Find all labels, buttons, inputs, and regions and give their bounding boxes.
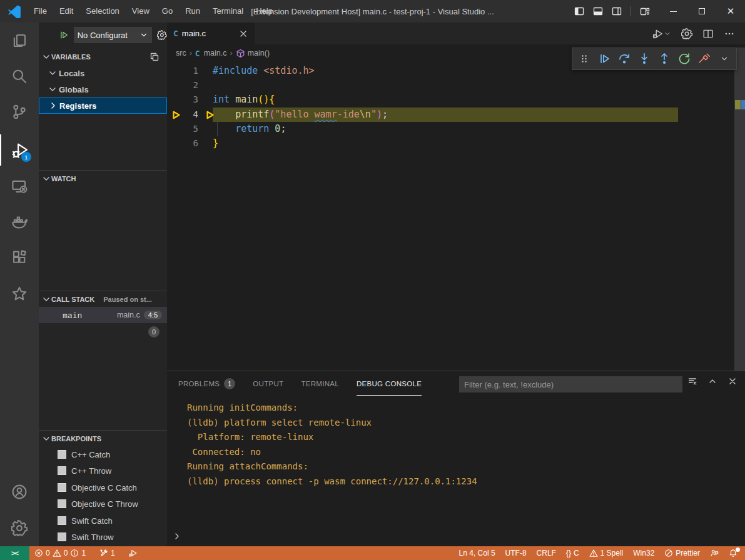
activity-docker[interactable]: [0, 206, 39, 238]
activity-remote-explorer[interactable]: [0, 171, 39, 202]
activity-settings[interactable]: [0, 512, 39, 544]
breakpoint-swift-catch[interactable]: Swift Catch: [39, 512, 167, 529]
restart-button[interactable]: [676, 51, 692, 67]
breakpoint-swift-throw[interactable]: Swift Throw: [39, 529, 167, 545]
line-number[interactable]: 5: [167, 122, 198, 136]
debug-toolbar[interactable]: [572, 48, 737, 70]
overview-ruler[interactable]: [734, 48, 745, 371]
checkbox[interactable]: [58, 466, 66, 475]
breakpoint-cpp-catch[interactable]: C++ Catch: [39, 446, 167, 462]
tab-problems[interactable]: PROBLEMS 1: [178, 372, 235, 396]
platform-indicator[interactable]: Win32: [628, 546, 659, 560]
close-window-button[interactable]: ✕: [716, 0, 745, 22]
disconnect-button[interactable]: [696, 51, 712, 67]
toggle-sidebar-left-icon[interactable]: [574, 6, 584, 16]
breakpoints-section-header[interactable]: BREAKPOINTS: [39, 430, 167, 446]
code-line-2[interactable]: 2: [167, 78, 734, 92]
breakpoint-objc-throw[interactable]: Objective C Throw: [39, 496, 167, 512]
split-editor-icon[interactable]: [702, 28, 714, 39]
code-line-5[interactable]: 5 return 0;: [167, 122, 734, 136]
variables-group-registers[interactable]: Registers: [39, 98, 167, 114]
menu-edit[interactable]: Edit: [53, 0, 79, 22]
start-debug-icon[interactable]: [59, 30, 69, 40]
menu-selection[interactable]: Selection: [79, 0, 125, 22]
notifications-button[interactable]: [724, 546, 745, 560]
variables-section-header[interactable]: VARIABLES: [39, 49, 167, 65]
tools-status[interactable]: 1: [94, 546, 120, 560]
menu-go[interactable]: Go: [156, 0, 179, 22]
checkbox[interactable]: [58, 516, 66, 525]
step-into-button[interactable]: [636, 51, 652, 67]
formatter-status[interactable]: Prettier: [659, 546, 705, 560]
close-panel-icon[interactable]: [727, 376, 737, 386]
continue-button[interactable]: [596, 51, 612, 67]
menu-view[interactable]: View: [126, 0, 156, 22]
copy-icon[interactable]: [150, 52, 160, 62]
breadcrumb-symbol[interactable]: main(): [248, 49, 270, 58]
more-actions-icon[interactable]: [724, 28, 735, 39]
step-over-button[interactable]: [616, 51, 632, 67]
activity-search[interactable]: [0, 61, 39, 92]
callstack-section-header[interactable]: CALL STACK Paused on st...: [39, 291, 167, 307]
checkbox[interactable]: [58, 532, 66, 541]
problems-status[interactable]: 0 0 1: [29, 546, 91, 560]
activity-favorites[interactable]: [0, 278, 39, 309]
debug-config-select[interactable]: No Configurat: [74, 27, 153, 43]
variables-group-globals[interactable]: Globals: [39, 81, 167, 98]
activity-account[interactable]: [0, 476, 39, 508]
tab-debug-console[interactable]: DEBUG CONSOLE: [357, 372, 422, 396]
clear-console-icon[interactable]: [687, 376, 697, 386]
checkbox[interactable]: [58, 450, 66, 459]
debug-settings-gear-icon[interactable]: [157, 30, 167, 40]
toggle-panel-icon[interactable]: [593, 6, 603, 16]
remote-indicator[interactable]: ><: [0, 546, 29, 560]
stack-frame-row[interactable]: main main.c 4:5: [39, 307, 167, 323]
breakpoint-cpp-throw[interactable]: C++ Throw: [39, 462, 167, 479]
code-line-3[interactable]: 3int main(){: [167, 92, 734, 107]
activity-extensions[interactable]: [0, 242, 39, 273]
maximize-panel-icon[interactable]: [707, 376, 717, 386]
line-number[interactable]: 3: [167, 92, 198, 107]
line-number[interactable]: 1: [167, 64, 198, 78]
menu-terminal[interactable]: Terminal: [206, 0, 250, 22]
breadcrumb-file[interactable]: main.c: [204, 49, 227, 58]
breadcrumb-folder[interactable]: src: [176, 49, 186, 58]
checkbox[interactable]: [58, 499, 66, 508]
watch-section-header[interactable]: WATCH: [39, 170, 167, 186]
tab-output[interactable]: OUTPUT: [253, 372, 283, 396]
toolbar-gripper[interactable]: [576, 51, 592, 67]
debug-console-output[interactable]: Running initCommands:(lldb) platform sel…: [187, 401, 739, 489]
menu-file[interactable]: File: [28, 0, 53, 22]
activity-run-debug[interactable]: 1: [0, 134, 39, 166]
line-number[interactable]: 6: [167, 136, 198, 151]
cursor-position[interactable]: Ln 4, Col 5: [454, 546, 500, 560]
tab-main-c[interactable]: C main.c: [167, 22, 255, 44]
customize-layout-icon[interactable]: [640, 6, 650, 16]
code-line-4[interactable]: 4 printf("hello wamr-ide\n");: [167, 108, 734, 122]
more-debug-actions-icon[interactable]: [716, 51, 732, 67]
activity-source-control[interactable]: [0, 96, 39, 128]
spell-checker-status[interactable]: 1 Spell: [584, 546, 629, 560]
checkbox[interactable]: [58, 483, 66, 492]
editor-settings-gear-icon[interactable]: [681, 28, 692, 39]
code-area[interactable]: 1#include <stdio.h>23int main(){4 printf…: [167, 64, 734, 371]
tab-terminal[interactable]: TERMINAL: [301, 372, 339, 396]
maximize-button[interactable]: [687, 0, 716, 22]
step-out-button[interactable]: [656, 51, 672, 67]
console-filter-input[interactable]: [459, 376, 682, 392]
menu-run[interactable]: Run: [179, 0, 206, 22]
activity-explorer[interactable]: [0, 25, 39, 56]
encoding-indicator[interactable]: UTF-8: [500, 546, 532, 560]
minimize-button[interactable]: [659, 0, 687, 22]
eol-indicator[interactable]: CRLF: [532, 546, 561, 560]
line-number[interactable]: 4: [167, 108, 198, 122]
close-tab-icon[interactable]: [238, 29, 248, 39]
breakpoint-objc-catch[interactable]: Objective C Catch: [39, 479, 167, 496]
run-or-debug-button[interactable]: [652, 28, 671, 39]
language-mode[interactable]: {ּ} C: [561, 546, 584, 560]
code-line-6[interactable]: 6}: [167, 136, 734, 151]
variables-group-locals[interactable]: Locals: [39, 65, 167, 81]
toggle-sidebar-right-icon[interactable]: [612, 6, 622, 16]
debug-status[interactable]: [124, 546, 143, 560]
line-number[interactable]: 2: [167, 78, 198, 92]
